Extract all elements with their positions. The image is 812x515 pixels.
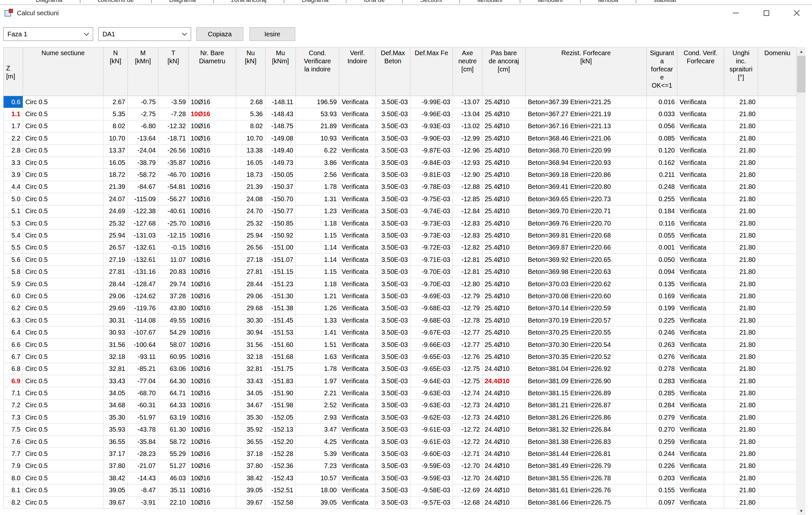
grid-cell[interactable]: 0.155	[647, 484, 677, 496]
grid-cell[interactable]: Beton=369.92 Etrieri=220.65	[526, 254, 647, 266]
grid-cell[interactable]: 3.50E-03	[376, 133, 410, 144]
grid-cell[interactable]: -115.09	[128, 193, 158, 205]
grid-cell[interactable]: 25.4Ø10	[483, 108, 526, 120]
grid-cell[interactable]: -9.75E-03	[410, 193, 453, 205]
column-header[interactable]: Z [m]	[4, 47, 23, 96]
grid-cell[interactable]: -152.28	[265, 448, 296, 460]
grid-cell[interactable]: -9.65E-03	[410, 363, 453, 375]
grid-cell[interactable]: -124.62	[128, 290, 158, 302]
grid-cell[interactable]: 0.278	[647, 363, 677, 375]
grid-cell[interactable]: -40.61	[158, 205, 188, 217]
grid-cell[interactable]: 0.270	[647, 424, 677, 435]
grid-cell[interactable]: 25.32	[236, 217, 265, 229]
grid-cell[interactable]	[758, 266, 797, 278]
grid-cell[interactable]: -0.75	[128, 96, 158, 108]
grid-cell[interactable]: 0.226	[647, 460, 677, 472]
grid-cell[interactable]: 24.4Ø10	[483, 387, 526, 399]
grid-cell[interactable]: Verificata	[339, 290, 376, 302]
grid-cell[interactable]: Circ 0.5	[23, 108, 104, 120]
grid-cell[interactable]: 3.3	[4, 156, 23, 168]
grid-cell[interactable]: 10Ø16	[188, 448, 236, 460]
grid-cell[interactable]: 3.50E-03	[376, 496, 410, 508]
grid-cell[interactable]: 3.50E-03	[376, 363, 410, 375]
grid-cell[interactable]: 2.21	[296, 387, 339, 399]
grid-cell[interactable]: 10Ø16	[188, 302, 236, 314]
grid-cell[interactable]: 21.80	[724, 156, 758, 168]
grid-cell[interactable]: 0.279	[647, 411, 677, 424]
grid-cell[interactable]: 60.95	[158, 351, 188, 363]
grid-cell[interactable]: 3.50E-03	[376, 302, 410, 314]
grid-cell[interactable]: 0.055	[647, 229, 677, 241]
grid-cell[interactable]: Circ 0.5	[23, 435, 104, 448]
grid-cell[interactable]: 25.4Ø10	[483, 241, 526, 253]
grid-cell[interactable]: -12.32	[158, 120, 188, 132]
grid-cell[interactable]: Verificata	[339, 411, 376, 424]
grid-cell[interactable]: 21.80	[724, 484, 758, 496]
grid-cell[interactable]: 46.03	[158, 472, 188, 484]
close-button[interactable]	[782, 5, 812, 21]
grid-cell[interactable]: Verificata	[339, 96, 376, 108]
grid-cell[interactable]: 29.69	[104, 302, 128, 314]
grid-cell[interactable]	[758, 351, 797, 363]
grid-cell[interactable]: 3.47	[296, 424, 339, 435]
grid-cell[interactable]: -9.62E-03	[410, 411, 453, 424]
grid-cell[interactable]: -9.57E-03	[410, 496, 453, 508]
grid-cell[interactable]: 7.9	[4, 460, 23, 472]
grid-cell[interactable]: -58.72	[128, 169, 158, 181]
grid-cell[interactable]: 36.55	[236, 435, 265, 448]
grid-cell[interactable]	[758, 302, 797, 314]
grid-cell[interactable]: Circ 0.5	[23, 193, 104, 205]
grid-cell[interactable]: -12.70	[453, 460, 483, 472]
grid-cell[interactable]: -12.75	[453, 363, 483, 375]
grid-cell[interactable]: 39.05	[236, 484, 265, 496]
grid-cell[interactable]: 25.4Ø10	[483, 254, 526, 266]
grid-cell[interactable]: 1.41	[296, 326, 339, 339]
grid-cell[interactable]: 0.135	[647, 278, 677, 290]
grid-cell[interactable]: 25.4Ø10	[483, 96, 526, 108]
grid-cell[interactable]: 6.7	[4, 351, 23, 363]
grid-cell[interactable]: Verificata	[677, 399, 724, 411]
grid-cell[interactable]: 0.285	[647, 387, 677, 399]
grid-cell[interactable]: Beton=370.19 Etrieri=220.57	[526, 314, 647, 326]
grid-cell[interactable]: Verificata	[339, 351, 376, 363]
grid-cell[interactable]: 6.0	[4, 290, 23, 302]
grid-cell[interactable]: Beton=381.49 Etrieri=226.79	[526, 460, 647, 472]
grid-cell[interactable]: Circ 0.5	[23, 363, 104, 375]
grid-cell[interactable]: Verificata	[677, 229, 724, 241]
grid-cell[interactable]: -12.75	[453, 375, 483, 387]
grid-cell[interactable]: -152.13	[265, 424, 296, 435]
grid-cell[interactable]: 33.43	[236, 375, 265, 387]
grid-cell[interactable]: 8.1	[4, 484, 23, 496]
grid-cell[interactable]: 25.4Ø10	[483, 217, 526, 229]
column-header[interactable]: Def.Max Fe	[410, 47, 453, 96]
grid-cell[interactable]: -12.15	[158, 229, 188, 241]
grid-cell[interactable]: 3.50E-03	[376, 448, 410, 460]
grid-cell[interactable]: -150.85	[265, 217, 296, 229]
grid-cell[interactable]: 10Ø16	[188, 169, 236, 181]
grid-cell[interactable]: 39.67	[236, 496, 265, 508]
grid-cell[interactable]: -54.81	[158, 181, 188, 193]
grid-cell[interactable]: 21.80	[724, 472, 758, 484]
grid-cell[interactable]: -12.83	[453, 229, 483, 241]
grid-cell[interactable]: Circ 0.5	[23, 448, 104, 460]
grid-cell[interactable]: -132.61	[128, 241, 158, 253]
column-header[interactable]: Pas bare de ancoraj [cm]	[483, 47, 526, 96]
grid-cell[interactable]: -9.73E-03	[410, 217, 453, 229]
grid-cell[interactable]: Beton=381.09 Etrieri=226.90	[526, 375, 647, 387]
grid-cell[interactable]: 21.80	[724, 351, 758, 363]
grid-cell[interactable]: 33.43	[104, 375, 128, 387]
grid-cell[interactable]: Verificata	[339, 156, 376, 168]
grid-cell[interactable]: 25.4Ø10	[483, 193, 526, 205]
grid-cell[interactable]: 0.162	[647, 156, 677, 168]
grid-cell[interactable]: 39.67	[104, 496, 128, 508]
grid-cell[interactable]: 18.00	[296, 484, 339, 496]
grid-cell[interactable]: -114.08	[128, 314, 158, 326]
grid-cell[interactable]: -9.61E-03	[410, 424, 453, 435]
grid-cell[interactable]: -12.73	[453, 399, 483, 411]
grid-cell[interactable]: Verificata	[339, 448, 376, 460]
grid-cell[interactable]	[758, 108, 797, 120]
grid-cell[interactable]: -151.15	[265, 266, 296, 278]
grid-cell[interactable]: 8.2	[4, 496, 23, 508]
grid-cell[interactable]: Beton=381.66 Etrieri=226.75	[526, 496, 647, 508]
grid-cell[interactable]: -18.71	[158, 133, 188, 144]
